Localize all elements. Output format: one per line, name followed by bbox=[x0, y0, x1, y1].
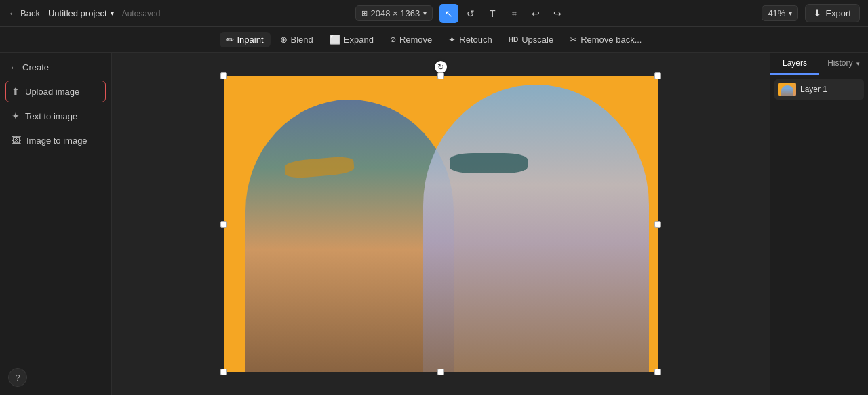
canvas-image-wrapper: ↻ bbox=[224, 76, 658, 372]
topbar-right: 41% ▾ ⬇ Export bbox=[762, 4, 860, 22]
blend-tool[interactable]: ⊕ Blend bbox=[273, 32, 320, 47]
expand-tool[interactable]: ⬜ Expand bbox=[323, 32, 380, 47]
link-icon: ⌗ bbox=[512, 9, 517, 18]
dimensions-value: 2048 × 1363 bbox=[371, 8, 420, 18]
topbar-center: ⊞ 2048 × 1363 ▾ ↖ ↺ T ⌗ ↩ ↪ bbox=[355, 4, 568, 23]
export-label: Export bbox=[825, 8, 851, 18]
retouch-label: Retouch bbox=[459, 35, 492, 45]
right-panel: Layers History ▾ Layer 1 bbox=[770, 53, 868, 395]
text-tool-button[interactable]: T bbox=[483, 4, 502, 23]
right-panel-tabs: Layers History ▾ bbox=[770, 53, 868, 75]
handle-top-right[interactable] bbox=[654, 72, 661, 79]
person1-shape bbox=[245, 100, 454, 372]
remove-label: Remove bbox=[399, 35, 432, 45]
person2-shape bbox=[423, 85, 649, 372]
chevron-down-icon: ▾ bbox=[856, 60, 860, 67]
text-to-image-icon: ✦ bbox=[12, 110, 20, 121]
handle-bottom-left[interactable] bbox=[220, 369, 227, 375]
retouch-icon: ✦ bbox=[448, 35, 456, 45]
zoom-value: 41% bbox=[768, 8, 785, 18]
remove-background-tool[interactable]: ✂ Remove back... bbox=[563, 32, 648, 47]
redo-icon: ↪ bbox=[553, 8, 561, 19]
inpaint-icon: ✏ bbox=[226, 35, 234, 45]
rotate-tool-button[interactable]: ↺ bbox=[461, 4, 480, 23]
hd-icon: HD bbox=[509, 36, 518, 43]
link-tool-button[interactable]: ⌗ bbox=[505, 4, 524, 23]
upscale-tool[interactable]: HD Upscale bbox=[502, 32, 560, 47]
topbar-tools: ↖ ↺ T ⌗ ↩ ↪ bbox=[439, 4, 567, 23]
layer-thumb-content bbox=[781, 85, 793, 96]
redo-button[interactable]: ↪ bbox=[548, 4, 567, 23]
back-button[interactable]: ← Back bbox=[8, 8, 40, 18]
expand-label: Expand bbox=[344, 35, 374, 45]
image-to-image-label: Image to image bbox=[26, 136, 87, 146]
canvas-image bbox=[224, 76, 658, 372]
select-icon: ↖ bbox=[445, 8, 453, 19]
layers-list: Layer 1 bbox=[770, 75, 868, 104]
export-icon: ⬇ bbox=[814, 8, 821, 18]
image-to-image-icon: 🖼 bbox=[12, 135, 21, 146]
remove-icon: ⊘ bbox=[390, 35, 396, 44]
project-name[interactable]: Untitled project ▾ bbox=[48, 8, 114, 18]
handle-bottom-middle[interactable] bbox=[437, 369, 444, 375]
layer-thumbnail bbox=[778, 83, 796, 96]
upload-label: Upload image bbox=[25, 87, 79, 97]
toolbar: ✏ Inpaint ⊕ Blend ⬜ Expand ⊘ Remove ✦ Re… bbox=[0, 27, 868, 53]
remove-tool[interactable]: ⊘ Remove bbox=[383, 32, 439, 47]
sunglasses2 bbox=[450, 153, 528, 174]
undo-button[interactable]: ↩ bbox=[526, 4, 545, 23]
chevron-down-icon: ▾ bbox=[111, 9, 114, 17]
handle-middle-right[interactable] bbox=[654, 221, 661, 228]
inpaint-tool[interactable]: ✏ Inpaint bbox=[220, 32, 271, 47]
sidebar-item-text-to-image[interactable]: ✦ Text to image bbox=[5, 105, 106, 127]
handle-bottom-right[interactable] bbox=[654, 369, 661, 375]
chevron-down-icon: ▾ bbox=[423, 9, 427, 17]
rotate-handle[interactable]: ↻ bbox=[435, 61, 447, 73]
sidebar-header: ← Create bbox=[5, 60, 106, 78]
inpaint-label: Inpaint bbox=[237, 35, 264, 45]
upload-icon: ⬆ bbox=[12, 86, 20, 97]
remove-bg-label: Remove back... bbox=[580, 35, 642, 45]
layer-name: Layer 1 bbox=[800, 85, 827, 94]
chevron-down-icon: ▾ bbox=[789, 9, 792, 17]
dimensions-icon: ⊞ bbox=[361, 9, 368, 18]
select-tool-button[interactable]: ↖ bbox=[439, 4, 458, 23]
undo-icon: ↩ bbox=[532, 8, 540, 19]
handle-top-middle[interactable] bbox=[437, 72, 444, 79]
tab-history[interactable]: History ▾ bbox=[819, 53, 868, 75]
tab-layers[interactable]: Layers bbox=[770, 53, 819, 75]
blend-label: Blend bbox=[291, 35, 313, 45]
blend-icon: ⊕ bbox=[280, 35, 288, 45]
layers-tab-label: Layers bbox=[783, 58, 807, 68]
topbar: ← Back Untitled project ▾ Autosaved ⊞ 20… bbox=[0, 0, 868, 27]
photo-background bbox=[224, 76, 658, 372]
handle-top-left[interactable] bbox=[220, 72, 227, 79]
text-icon: T bbox=[490, 8, 496, 19]
sidebar-item-upload[interactable]: ⬆ Upload image bbox=[5, 81, 106, 102]
layer-item[interactable]: Layer 1 bbox=[774, 79, 864, 100]
remove-bg-icon: ✂ bbox=[570, 35, 577, 45]
topbar-left: ← Back Untitled project ▾ Autosaved bbox=[8, 8, 160, 18]
back-arrow-icon: ← bbox=[8, 8, 17, 18]
main-area: ← Create ⬆ Upload image ✦ Text to image … bbox=[0, 53, 868, 395]
handle-middle-left[interactable] bbox=[220, 221, 227, 228]
retouch-tool[interactable]: ✦ Retouch bbox=[441, 32, 498, 47]
canvas-area[interactable]: ↻ bbox=[112, 53, 770, 395]
autosaved-label: Autosaved bbox=[122, 9, 161, 18]
export-button[interactable]: ⬇ Export bbox=[805, 4, 860, 22]
sidebar: ← Create ⬆ Upload image ✦ Text to image … bbox=[0, 53, 112, 395]
dimensions-display[interactable]: ⊞ 2048 × 1363 ▾ bbox=[355, 5, 433, 21]
zoom-control[interactable]: 41% ▾ bbox=[762, 5, 798, 21]
upscale-label: Upscale bbox=[521, 35, 553, 45]
back-label: Back bbox=[20, 8, 40, 18]
help-icon: ? bbox=[15, 373, 20, 383]
create-label: Create bbox=[22, 62, 49, 72]
sidebar-item-image-to-image[interactable]: 🖼 Image to image bbox=[5, 129, 106, 151]
rotate-handle-icon: ↻ bbox=[437, 62, 444, 72]
create-arrow-icon: ← bbox=[9, 62, 18, 72]
text-to-image-label: Text to image bbox=[25, 111, 77, 121]
history-tab-label: History bbox=[827, 58, 852, 68]
help-button[interactable]: ? bbox=[8, 368, 27, 387]
rotate-icon: ↺ bbox=[467, 8, 475, 19]
expand-icon: ⬜ bbox=[330, 35, 340, 45]
